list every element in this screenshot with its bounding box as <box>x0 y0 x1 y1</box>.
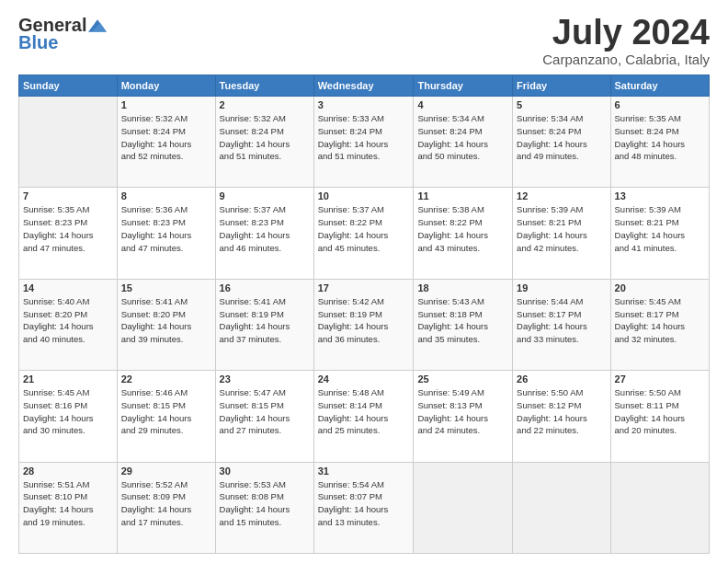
day-number: 13 <box>615 190 705 201</box>
calendar-week-2: 7Sunrise: 5:35 AM Sunset: 8:23 PM Daylig… <box>19 188 710 279</box>
day-info: Sunrise: 5:32 AM Sunset: 8:24 PM Dayligh… <box>220 112 310 163</box>
day-info: Sunrise: 5:53 AM Sunset: 8:08 PM Dayligh… <box>220 478 310 529</box>
calendar-cell: 1Sunrise: 5:32 AM Sunset: 8:24 PM Daylig… <box>117 97 215 188</box>
day-info: Sunrise: 5:39 AM Sunset: 8:21 PM Dayligh… <box>615 203 705 254</box>
calendar-cell: 28Sunrise: 5:51 AM Sunset: 8:10 PM Dayli… <box>19 462 118 553</box>
day-number: 21 <box>23 373 113 385</box>
day-info: Sunrise: 5:45 AM Sunset: 8:16 PM Dayligh… <box>23 386 113 437</box>
calendar-table: SundayMondayTuesdayWednesdayThursdayFrid… <box>18 75 710 554</box>
day-number: 3 <box>318 99 410 110</box>
calendar-cell: 13Sunrise: 5:39 AM Sunset: 8:21 PM Dayli… <box>610 188 709 279</box>
day-number: 28 <box>23 465 113 477</box>
day-number: 17 <box>318 282 410 293</box>
day-info: Sunrise: 5:39 AM Sunset: 8:21 PM Dayligh… <box>517 203 606 254</box>
day-info: Sunrise: 5:45 AM Sunset: 8:17 PM Dayligh… <box>615 295 705 346</box>
calendar-cell: 12Sunrise: 5:39 AM Sunset: 8:21 PM Dayli… <box>513 188 610 279</box>
calendar-cell: 4Sunrise: 5:34 AM Sunset: 8:24 PM Daylig… <box>414 97 513 188</box>
calendar-cell: 11Sunrise: 5:38 AM Sunset: 8:22 PM Dayli… <box>414 188 513 279</box>
calendar-cell: 5Sunrise: 5:34 AM Sunset: 8:24 PM Daylig… <box>513 97 610 188</box>
col-header-friday: Friday <box>513 75 610 97</box>
day-info: Sunrise: 5:54 AM Sunset: 8:07 PM Dayligh… <box>318 478 410 529</box>
day-info: Sunrise: 5:37 AM Sunset: 8:22 PM Dayligh… <box>318 203 410 254</box>
calendar-cell: 25Sunrise: 5:49 AM Sunset: 8:13 PM Dayli… <box>414 371 513 462</box>
day-info: Sunrise: 5:37 AM Sunset: 8:23 PM Dayligh… <box>220 203 310 254</box>
col-header-thursday: Thursday <box>414 75 513 97</box>
title-block: July 2024 Carpanzano, Calabria, Italy <box>542 15 710 67</box>
day-number: 31 <box>318 465 410 477</box>
calendar-cell <box>610 462 709 553</box>
day-info: Sunrise: 5:47 AM Sunset: 8:15 PM Dayligh… <box>220 386 310 437</box>
day-number: 4 <box>417 99 508 110</box>
day-number: 6 <box>615 99 705 110</box>
day-number: 23 <box>220 373 310 385</box>
calendar-cell: 15Sunrise: 5:41 AM Sunset: 8:20 PM Dayli… <box>117 279 215 370</box>
day-number: 8 <box>121 190 211 201</box>
day-info: Sunrise: 5:34 AM Sunset: 8:24 PM Dayligh… <box>517 112 606 163</box>
calendar-cell: 14Sunrise: 5:40 AM Sunset: 8:20 PM Dayli… <box>19 279 118 370</box>
day-number: 24 <box>318 373 410 385</box>
day-number: 7 <box>23 190 113 201</box>
day-info: Sunrise: 5:35 AM Sunset: 8:23 PM Dayligh… <box>23 203 113 254</box>
col-header-sunday: Sunday <box>19 75 118 97</box>
calendar-cell <box>513 462 610 553</box>
calendar-cell <box>414 462 513 553</box>
day-number: 11 <box>417 190 508 201</box>
calendar-cell: 17Sunrise: 5:42 AM Sunset: 8:19 PM Dayli… <box>313 279 414 370</box>
day-info: Sunrise: 5:51 AM Sunset: 8:10 PM Dayligh… <box>23 478 113 529</box>
calendar-cell: 3Sunrise: 5:33 AM Sunset: 8:24 PM Daylig… <box>313 97 414 188</box>
day-info: Sunrise: 5:34 AM Sunset: 8:24 PM Dayligh… <box>417 112 508 163</box>
day-info: Sunrise: 5:46 AM Sunset: 8:15 PM Dayligh… <box>121 386 211 437</box>
col-header-wednesday: Wednesday <box>313 75 414 97</box>
calendar-week-5: 28Sunrise: 5:51 AM Sunset: 8:10 PM Dayli… <box>19 462 710 553</box>
day-info: Sunrise: 5:41 AM Sunset: 8:19 PM Dayligh… <box>220 295 310 346</box>
calendar-cell: 2Sunrise: 5:32 AM Sunset: 8:24 PM Daylig… <box>215 97 313 188</box>
calendar-cell: 31Sunrise: 5:54 AM Sunset: 8:07 PM Dayli… <box>313 462 414 553</box>
col-header-monday: Monday <box>117 75 215 97</box>
calendar-cell: 18Sunrise: 5:43 AM Sunset: 8:18 PM Dayli… <box>414 279 513 370</box>
day-number: 19 <box>517 282 606 293</box>
day-number: 22 <box>121 373 211 385</box>
day-info: Sunrise: 5:40 AM Sunset: 8:20 PM Dayligh… <box>23 295 113 346</box>
calendar-cell: 8Sunrise: 5:36 AM Sunset: 8:23 PM Daylig… <box>117 188 215 279</box>
day-number: 20 <box>615 282 705 293</box>
day-info: Sunrise: 5:52 AM Sunset: 8:09 PM Dayligh… <box>121 478 211 529</box>
day-number: 18 <box>417 282 508 293</box>
calendar-cell: 16Sunrise: 5:41 AM Sunset: 8:19 PM Dayli… <box>215 279 313 370</box>
calendar-cell: 10Sunrise: 5:37 AM Sunset: 8:22 PM Dayli… <box>313 188 414 279</box>
day-number: 5 <box>517 99 606 110</box>
day-number: 12 <box>517 190 606 201</box>
day-info: Sunrise: 5:50 AM Sunset: 8:12 PM Dayligh… <box>517 386 606 437</box>
day-number: 16 <box>220 282 310 293</box>
calendar-cell: 29Sunrise: 5:52 AM Sunset: 8:09 PM Dayli… <box>117 462 215 553</box>
day-number: 15 <box>121 282 211 293</box>
month-title: July 2024 <box>542 15 710 50</box>
calendar-week-3: 14Sunrise: 5:40 AM Sunset: 8:20 PM Dayli… <box>19 279 710 370</box>
location: Carpanzano, Calabria, Italy <box>542 52 710 67</box>
calendar-cell: 7Sunrise: 5:35 AM Sunset: 8:23 PM Daylig… <box>19 188 118 279</box>
page: General Blue July 2024 Carpanzano, Calab… <box>0 0 728 563</box>
calendar-cell: 27Sunrise: 5:50 AM Sunset: 8:11 PM Dayli… <box>610 371 709 462</box>
calendar-cell <box>19 97 118 188</box>
calendar-cell: 9Sunrise: 5:37 AM Sunset: 8:23 PM Daylig… <box>215 188 313 279</box>
calendar-cell: 23Sunrise: 5:47 AM Sunset: 8:15 PM Dayli… <box>215 371 313 462</box>
day-info: Sunrise: 5:35 AM Sunset: 8:24 PM Dayligh… <box>615 112 705 163</box>
logo-icon <box>88 19 107 32</box>
day-number: 27 <box>615 373 705 385</box>
calendar-week-1: 1Sunrise: 5:32 AM Sunset: 8:24 PM Daylig… <box>19 97 710 188</box>
logo-blue: Blue <box>18 32 58 53</box>
header: General Blue July 2024 Carpanzano, Calab… <box>18 15 710 67</box>
day-info: Sunrise: 5:48 AM Sunset: 8:14 PM Dayligh… <box>318 386 410 437</box>
calendar-cell: 19Sunrise: 5:44 AM Sunset: 8:17 PM Dayli… <box>513 279 610 370</box>
day-number: 2 <box>220 99 310 110</box>
day-number: 9 <box>220 190 310 201</box>
day-number: 1 <box>121 99 211 110</box>
col-header-saturday: Saturday <box>610 75 709 97</box>
calendar-cell: 24Sunrise: 5:48 AM Sunset: 8:14 PM Dayli… <box>313 371 414 462</box>
day-number: 10 <box>318 190 410 201</box>
day-number: 29 <box>121 465 211 477</box>
day-info: Sunrise: 5:49 AM Sunset: 8:13 PM Dayligh… <box>417 386 508 437</box>
calendar-cell: 6Sunrise: 5:35 AM Sunset: 8:24 PM Daylig… <box>610 97 709 188</box>
day-info: Sunrise: 5:42 AM Sunset: 8:19 PM Dayligh… <box>318 295 410 346</box>
day-info: Sunrise: 5:44 AM Sunset: 8:17 PM Dayligh… <box>517 295 606 346</box>
day-number: 25 <box>417 373 508 385</box>
